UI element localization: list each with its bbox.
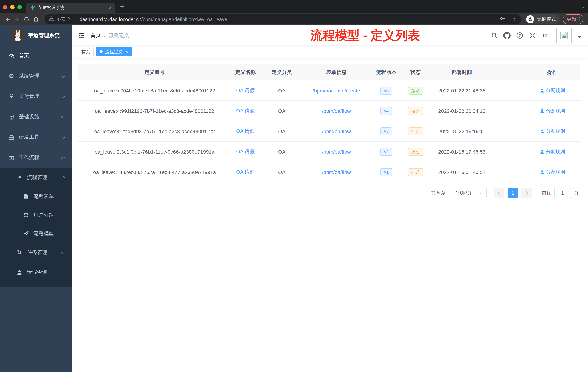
process-version-badge-cell: v3	[369, 127, 404, 135]
sidebar-item-system[interactable]: ⚙ 系统管理	[0, 66, 72, 86]
avatar[interactable]	[556, 28, 572, 43]
not-secure-warning-icon	[49, 16, 54, 23]
next-page-button[interactable]	[521, 188, 532, 198]
definition-name-link[interactable]: OA 请假	[231, 169, 260, 175]
sidebar-item-leave-query[interactable]: 请假查询	[0, 263, 72, 282]
sidebar-item-process-model[interactable]: 流程模型	[0, 224, 72, 243]
actions-cell: 分配规则	[524, 162, 580, 182]
sidebar-item-dev-tools[interactable]: 研发工具	[0, 127, 72, 147]
reload-icon[interactable]	[23, 16, 30, 22]
browser-tab[interactable]: 芋道管理系统 ×	[26, 2, 115, 13]
form-info-link[interactable]: /bpm/oa/flow	[304, 149, 369, 154]
col-header-definition-category: 定义分类	[260, 69, 304, 76]
assign-rule-link[interactable]: 分配规则	[539, 169, 565, 175]
tag-close-icon[interactable]: ×	[126, 49, 128, 54]
page-size-select[interactable]: 10条/页	[451, 188, 487, 198]
sidebar-item-payment[interactable]: ¥ 支付管理	[0, 86, 72, 107]
col-header-actions: 操作	[524, 65, 580, 80]
url-path: /bpm/manager/definition?key=oa_leave	[141, 17, 227, 22]
chevron-right-icon	[524, 191, 528, 195]
chevron-down-icon	[61, 94, 65, 98]
security-label[interactable]: 不安全	[56, 16, 71, 22]
home-icon[interactable]	[33, 16, 39, 22]
task-tree-icon	[16, 250, 23, 255]
col-header-form-info: 表单信息	[304, 69, 369, 76]
select-caret-down-icon	[479, 191, 483, 195]
sidebar-collapse-icon[interactable]	[77, 32, 85, 40]
sidebar-item-label: 基础设施	[19, 114, 39, 120]
browser-update-button[interactable]: 更新	[563, 14, 583, 24]
chevron-down-icon	[61, 135, 65, 139]
form-info-link[interactable]: /bpm/oa/flow	[304, 128, 369, 134]
col-header-process-version: 流程版本	[369, 69, 404, 76]
actions-cell: 分配规则	[524, 101, 580, 121]
definition-category-cell: OA	[260, 128, 304, 134]
goto-page-input[interactable]	[554, 188, 571, 198]
window-minimize-button[interactable]	[10, 5, 15, 10]
assign-rule-link[interactable]: 分配规则	[539, 87, 565, 94]
person-icon	[16, 269, 23, 275]
github-icon[interactable]	[503, 32, 511, 39]
actions-cell: 分配规则	[524, 80, 580, 100]
form-info-link[interactable]: /bpm/oa/flow	[304, 108, 369, 114]
definition-name-link[interactable]: OA 请假	[231, 128, 260, 134]
password-key-icon[interactable]	[500, 15, 506, 23]
definition-name-link[interactable]: OA 请假	[231, 87, 260, 94]
current-page-button[interactable]: 1	[508, 188, 518, 198]
back-icon[interactable]	[4, 16, 11, 22]
tab-close-icon[interactable]: ×	[109, 5, 112, 11]
active-tag-dot	[100, 50, 103, 53]
assign-rule-link[interactable]: 分配规则	[539, 128, 565, 134]
form-info-link[interactable]: /bpm/oa/leave/create	[304, 88, 369, 93]
new-tab-button[interactable]: +	[120, 2, 124, 11]
sidebar-item-label: 请假查询	[27, 269, 47, 275]
sidebar-item-process-management[interactable]: 流程管理	[0, 168, 72, 187]
gear-icon: ⚙	[8, 73, 15, 79]
sidebar-item-process-form[interactable]: 流程表单	[0, 187, 72, 206]
sidebar-item-label: 用户分组	[33, 212, 54, 218]
bookmark-star-icon[interactable]: ☆	[511, 16, 517, 22]
tag-home[interactable]: 首页	[78, 47, 94, 56]
face-icon	[22, 212, 30, 218]
sidebar-item-task-management[interactable]: 任务管理	[0, 243, 72, 263]
prev-page-button[interactable]	[494, 188, 504, 198]
omnibox-divider	[76, 16, 76, 22]
deploy-time-cell: 2022-01-16 17:46:53	[427, 149, 496, 154]
avatar-caret-down-icon[interactable]	[578, 36, 581, 38]
definition-name-link[interactable]: OA 请假	[231, 108, 260, 114]
browser-tab-title: 芋道管理系统	[38, 5, 107, 11]
sidebar-item-user-group[interactable]: 用户分组	[0, 206, 72, 224]
sidebar-item-infrastructure[interactable]: 基础设施	[0, 107, 72, 127]
monitor-icon	[8, 114, 15, 120]
window-zoom-button[interactable]	[17, 5, 22, 10]
definition-name-link[interactable]: OA 请假	[231, 148, 260, 155]
help-icon[interactable]: ?	[516, 32, 523, 39]
incognito-label: 无痕模式	[537, 16, 556, 22]
search-icon[interactable]	[491, 32, 498, 39]
page-unit-label: 页	[574, 190, 578, 196]
window-close-button[interactable]	[3, 5, 7, 10]
fullscreen-icon[interactable]	[529, 32, 536, 39]
browser-menu-icon[interactable]	[579, 17, 580, 22]
definition-category-cell: OA	[260, 108, 304, 114]
form-info-link[interactable]: /bpm/oa/flow	[304, 169, 369, 175]
tab-search-chevron-icon[interactable]	[581, 5, 585, 9]
status-badge-cell: 挂起	[404, 127, 427, 135]
font-size-icon[interactable]: tT	[541, 32, 549, 39]
sidebar: 芋道管理系统 首页 ⚙ 系统管理 ¥ 支付管理 基础设施	[0, 25, 72, 372]
address-bar[interactable]: 不安全 dashboard.yudao.iocoder.cn /bpm/mana…	[44, 14, 521, 24]
forward-icon[interactable]	[14, 16, 20, 22]
actions-cell: 分配规则	[524, 142, 580, 162]
assign-rule-link[interactable]: 分配规则	[539, 148, 565, 155]
broken-image-icon	[560, 32, 568, 40]
sidebar-item-workflow[interactable]: 工作流程	[0, 147, 72, 168]
deploy-time-cell: 2022-01-16 01:40:51	[427, 169, 496, 175]
breadcrumb-home[interactable]: 首页	[91, 32, 101, 39]
tag-process-definition[interactable]: 流程定义 ×	[96, 47, 132, 56]
definition-category-cell: OA	[260, 169, 304, 175]
sidebar-item-home[interactable]: 首页	[0, 45, 72, 66]
list-icon	[16, 175, 23, 180]
sidebar-item-label: 流程管理	[27, 174, 47, 181]
definition-id-cell: oa_leave:4:991f2193-7b7f-11ec-a3c8-acde4…	[78, 108, 231, 114]
assign-rule-link[interactable]: 分配规则	[539, 108, 565, 114]
